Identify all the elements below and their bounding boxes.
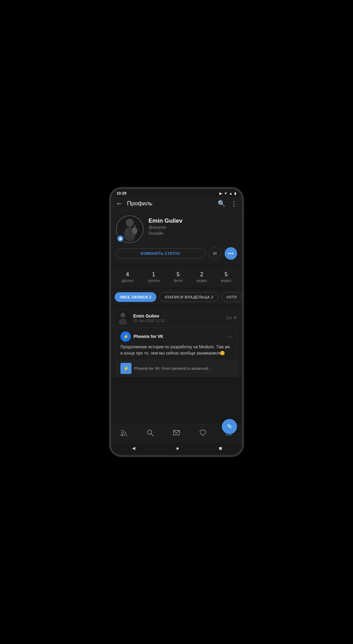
post-views: 184 👁 [226,316,237,320]
top-actions: 🔍 ⋮ [218,200,237,207]
svg-rect-6 [134,225,135,232]
tab-otl[interactable]: #ОТЛ [221,292,242,302]
profile-info: Emin Guliev @ezonrio Онлайн [148,215,237,236]
search-icon[interactable]: 🔍 [218,200,225,207]
messages-nav-icon [173,429,180,438]
stat-audio-count: 2 [200,271,203,278]
svg-line-13 [151,434,153,436]
tabs-section: #ВСЕ ЗАПИСИ 2 #ЗАПИСИ ВЛАДЕЛЬЦА 2 #ОТЛ [111,289,242,305]
shared-link-block[interactable]: ⚡ Phoenix for VK: From backend to advanc… [116,360,237,377]
link-icon: ⚡ [123,366,129,371]
status-icons: ▶ ▼ ▲ ▮ [219,191,236,195]
avatar-badge [117,235,124,242]
phoenix-badge-icon [118,236,123,241]
stats-section: 4 друзья 1 группы 5 фото 2 аудио 5 видео [111,267,242,287]
avatar-wrap [116,215,144,243]
tab-all-posts[interactable]: #ВСЕ ЗАПИСИ 2 [115,292,156,302]
stat-groups[interactable]: 1 группы [147,271,160,283]
profile-actions: ИЗМЕНИТЬ СТАТУС ✉ ••• [116,247,237,260]
profile-username: @ezonrio [148,225,237,230]
status-time: 10:29 [117,191,126,195]
content-area: Emin Guliev @ezonrio Онлайн ИЗМЕНИТЬ СТА… [111,211,242,424]
stat-audio[interactable]: 2 аудио [197,271,207,283]
nav-feed[interactable] [117,428,132,440]
post-section: Emin Guliev 29 Jun 2018 11:12 184 👁 ⚡ Ph… [111,307,242,377]
post-views-count: 184 [226,316,232,320]
svg-rect-3 [126,229,129,237]
shared-link-thumbnail: ⚡ [120,363,132,374]
top-bar: ← Профиль 🔍 ⋮ [111,197,242,211]
more-options-button[interactable]: ••• [225,247,237,260]
stat-friends-count: 4 [126,271,129,278]
sys-home-button[interactable]: ● [176,445,179,451]
message-icon: ✉ [213,251,217,256]
back-button[interactable]: ← [116,199,123,207]
profile-name: Emin Guliev [148,217,237,224]
stat-video-label: видео [221,278,232,283]
shared-text-content: Продолжение истории по разработку на Med… [120,345,230,356]
status-bar: 10:29 ▶ ▼ ▲ ▮ [111,189,242,197]
phoenix-icon: ⚡ [123,334,129,339]
profile-status: Онлайн [148,231,237,236]
shared-source-icon: ⚡ [120,331,131,342]
post-header: Emin Guliev 29 Jun 2018 11:12 184 👁 [111,307,242,328]
sys-recent-button[interactable]: ■ [219,445,222,451]
stat-photos[interactable]: 5 фото [174,271,183,283]
shared-link-text: Phoenix for VK: From backend to advanced… [134,366,211,370]
post-author-name: Emin Guliev [133,313,222,319]
ellipsis-icon: ••• [228,251,234,256]
profile-header: Emin Guliev @ezonrio Онлайн [116,215,237,243]
tab-owner-posts[interactable]: #ЗАПИСИ ВЛАДЕЛЬЦА 2 [159,292,218,302]
svg-point-12 [147,430,152,434]
change-status-button[interactable]: ИЗМЕНИТЬ СТАТУС [116,248,205,259]
fab-compose-button[interactable]: ✎ [222,419,237,434]
stat-photos-label: фото [174,278,183,283]
stat-groups-label: группы [147,278,160,283]
shared-block: ⚡ Phoenix for VK — Продолжение истории п… [116,328,237,377]
post-avatar-svg [116,311,130,325]
stat-photos-count: 5 [176,271,180,278]
wifi-icon: ▼ [224,191,227,195]
nav-likes[interactable] [196,428,210,440]
sys-back-button[interactable]: ◄ [131,445,136,451]
likes-nav-icon [199,429,207,438]
nav-search[interactable] [143,428,157,440]
stat-friends[interactable]: 4 друзья [121,271,134,283]
phone-frame: 10:29 ▶ ▼ ▲ ▮ ← Профиль 🔍 ⋮ [109,187,244,457]
stat-audio-label: аудио [197,278,207,283]
svg-marker-7 [119,237,122,240]
post-meta: Emin Guliev 29 Jun 2018 11:12 [133,313,222,323]
shared-post-text: Продолжение истории по разработку на Med… [116,344,237,360]
stat-groups-count: 1 [152,271,155,278]
system-nav-bar: ◄ ● ■ [111,442,242,455]
stat-video[interactable]: 5 видео [221,271,232,283]
signal-icon: ▲ [229,191,233,195]
post-date: 29 Jun 2018 11:12 [133,319,222,323]
profile-section: Emin Guliev @ezonrio Онлайн ИЗМЕНИТЬ СТА… [111,211,242,265]
eye-icon: 👁 [233,316,237,320]
svg-point-11 [121,435,123,436]
stat-friends-label: друзья [121,278,134,283]
svg-point-1 [126,219,134,227]
post-author-avatar [116,311,130,325]
search-nav-icon [146,429,154,438]
message-button[interactable]: ✉ [209,247,221,260]
svg-point-9 [120,313,125,317]
shared-source-name: Phoenix for VK [134,334,225,339]
scroll-spacer [111,381,242,401]
shared-menu-dots[interactable]: — [228,334,233,339]
page-title: Профиль [127,200,218,207]
shared-header: ⚡ Phoenix for VK — [116,328,237,344]
more-icon[interactable]: ⋮ [231,200,237,207]
compose-icon: ✎ [227,423,232,430]
battery-icon: ▮ [234,191,236,195]
stat-video-count: 5 [225,271,228,278]
play-icon: ▶ [219,191,222,195]
nav-messages[interactable] [169,428,184,440]
feed-icon [120,429,128,438]
